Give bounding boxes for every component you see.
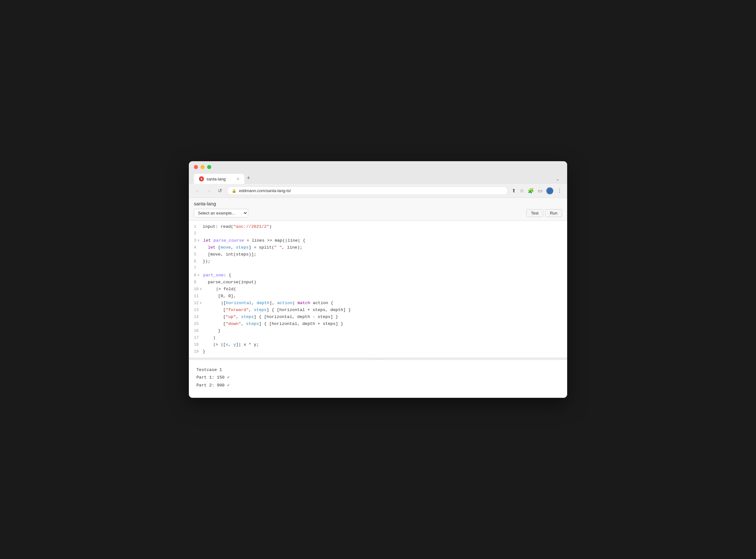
line-number: 17 — [189, 335, 203, 341]
line-number: 8 ∨ — [189, 272, 203, 278]
close-button[interactable] — [194, 165, 198, 169]
line-number: 10 ∨ — [189, 286, 206, 292]
code-content: part_one: { — [203, 272, 562, 279]
line-number: 11 — [189, 293, 203, 299]
code-line: 8 ∨part_one: { — [189, 272, 567, 279]
tab-close-button[interactable]: × — [237, 176, 239, 181]
browser-window: ✦ santa-lang × + ⌄ ← → ↺ 🔒 eddmann.com/s… — [189, 161, 567, 398]
maximize-button[interactable] — [207, 165, 211, 169]
code-content: |[horizontal, depth], action| match acti… — [206, 300, 562, 307]
sidebar-icon[interactable]: ▭ — [538, 188, 543, 194]
toolbar-buttons: Test Run — [526, 209, 562, 217]
line-number: 18 — [189, 342, 203, 348]
line-number: 16 — [189, 328, 203, 334]
code-editor[interactable]: 1input: read("aoc://2021/2")23 ∨let pars… — [189, 221, 567, 358]
tab-menu-button[interactable]: ⌄ — [553, 174, 562, 184]
tab-favicon: ✦ — [199, 176, 204, 181]
code-line: 18 |> |[x, y]| x * y; — [189, 341, 567, 348]
share-icon[interactable]: ⬆ — [512, 188, 516, 194]
code-line: 3 ∨let parse_course = lines >> map(|line… — [189, 237, 567, 244]
code-content: [0, 0], — [203, 293, 562, 300]
traffic-lights — [194, 165, 562, 169]
code-content: parse_course(input) — [203, 279, 562, 286]
code-line: 16 } — [189, 328, 567, 334]
minimize-button[interactable] — [200, 165, 205, 169]
profile-icon[interactable]: 👤 — [546, 187, 553, 194]
code-line: 17 ) — [189, 334, 567, 341]
code-line: 10 ∨ |> fold( — [189, 286, 567, 293]
app-title: santa-lang — [194, 201, 562, 206]
code-content: } — [203, 328, 562, 334]
menu-icon[interactable]: ⋮ — [557, 188, 562, 194]
code-content: ) — [203, 334, 562, 341]
code-content: [move, int(steps)]; — [203, 251, 562, 258]
active-tab[interactable]: ✦ santa-lang × — [194, 174, 244, 184]
line-number: 15 — [189, 321, 203, 327]
line-number: 13 — [189, 307, 203, 313]
code-content: }); — [203, 258, 562, 265]
code-line: 11 [0, 0], — [189, 293, 567, 300]
line-number: 1 — [189, 224, 203, 230]
title-bar: ✦ santa-lang × + ⌄ — [189, 161, 567, 184]
code-line: 19} — [189, 348, 567, 355]
line-number: 7 — [189, 265, 203, 271]
code-line: 14 ["up", steps] { [horizontal, depth - … — [189, 314, 567, 320]
line-number: 4 — [189, 245, 203, 251]
new-tab-button[interactable]: + — [244, 172, 253, 184]
line-number: 9 — [189, 279, 203, 286]
url-text: eddmann.com/santa-lang-ts/ — [239, 188, 291, 193]
output-panel: Testcase 1Part 1: 150 ✓Part 2: 900 ✓ — [189, 360, 567, 398]
toolbar: Select an example... Test Run — [194, 209, 562, 217]
code-line: 9 parse_course(input) — [189, 279, 567, 286]
code-content: let [move, steps] = split(" ", line); — [203, 244, 562, 251]
line-number: 19 — [189, 349, 203, 355]
line-number: 2 — [189, 230, 203, 237]
test-button[interactable]: Test — [526, 209, 543, 217]
code-line: 4 let [move, steps] = split(" ", line); — [189, 244, 567, 251]
run-button[interactable]: Run — [545, 209, 562, 217]
code-content: |> |[x, y]| x * y; — [203, 341, 562, 348]
code-line: 1input: read("aoc://2021/2") — [189, 223, 567, 230]
refresh-button[interactable]: ↺ — [217, 187, 223, 194]
tab-label: santa-lang — [207, 177, 226, 181]
code-line: 5 [move, int(steps)]; — [189, 251, 567, 258]
code-line: 2 — [189, 230, 567, 237]
extensions-icon[interactable]: 🧩 — [528, 188, 534, 194]
line-number: 12 ∨ — [189, 300, 206, 306]
output-text: Part 2: 900 ✓ — [196, 382, 230, 389]
output-text: Part 1: 150 ✓ — [196, 374, 230, 381]
forward-button[interactable]: → — [205, 187, 213, 194]
line-number: 5 — [189, 251, 203, 258]
output-text: Testcase 1 — [196, 366, 222, 374]
code-content: ["down", steps] { [horizontal, depth + s… — [203, 320, 562, 328]
example-select[interactable]: Select an example... — [194, 209, 248, 217]
code-line: 12 ∨ |[horizontal, depth], action| match… — [189, 300, 567, 307]
code-content: input: read("aoc://2021/2") — [203, 223, 562, 230]
app-header: santa-lang Select an example... Test Run — [189, 198, 567, 221]
output-line: Part 2: 900 ✓ — [196, 382, 560, 389]
back-button[interactable]: ← — [194, 187, 202, 194]
address-field[interactable]: 🔒 eddmann.com/santa-lang-ts/ — [227, 186, 508, 195]
code-content: } — [203, 348, 562, 355]
output-line: Part 1: 150 ✓ — [196, 374, 560, 381]
address-bar: ← → ↺ 🔒 eddmann.com/santa-lang-ts/ ⬆ ☆ 🧩… — [189, 184, 567, 198]
lock-icon: 🔒 — [232, 189, 236, 193]
code-content: |> fold( — [206, 286, 562, 293]
code-line: 15 ["down", steps] { [horizontal, depth … — [189, 320, 567, 328]
line-number: 3 ∨ — [189, 238, 203, 244]
tabs-row: ✦ santa-lang × + ⌄ — [194, 172, 562, 184]
code-line: 13 ["forward", steps] { [horizontal + st… — [189, 307, 567, 314]
code-line: 6}); — [189, 258, 567, 265]
line-number: 14 — [189, 314, 203, 320]
code-line: 7 — [189, 265, 567, 272]
code-content: let parse_course = lines >> map(|line| { — [203, 237, 562, 244]
bookmark-icon[interactable]: ☆ — [520, 188, 524, 194]
code-content: ["up", steps] { [horizontal, depth - ste… — [203, 314, 562, 320]
output-line: Testcase 1 — [196, 366, 560, 374]
line-number: 6 — [189, 259, 203, 265]
address-actions: ⬆ ☆ 🧩 ▭ 👤 ⋮ — [512, 187, 562, 194]
code-content: ["forward", steps] { [horizontal + steps… — [203, 307, 562, 314]
resize-dots: · · · · · — [371, 357, 385, 361]
